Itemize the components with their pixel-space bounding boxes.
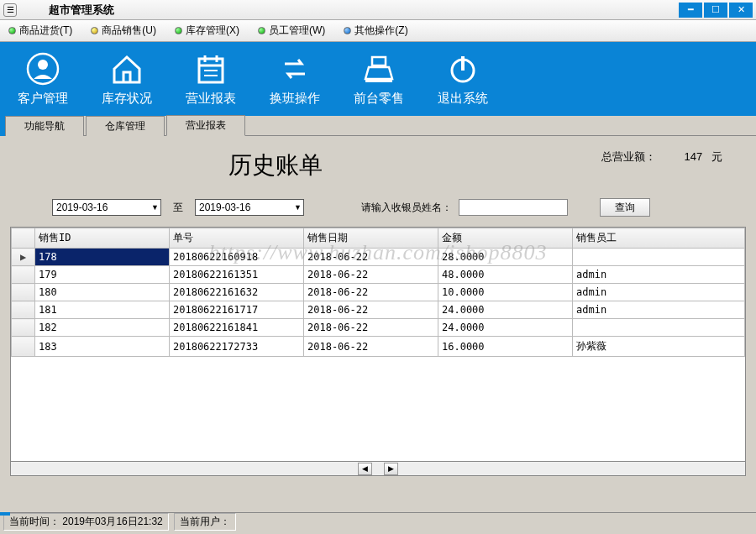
row-marker bbox=[12, 319, 35, 337]
power-icon bbox=[446, 52, 480, 86]
cell-amount[interactable]: 16.0000 bbox=[438, 337, 573, 357]
house-icon bbox=[110, 52, 144, 86]
table-row[interactable]: 179201806221613512018-06-2248.0000admin bbox=[12, 266, 745, 284]
pos-button[interactable]: 前台零售 bbox=[341, 45, 417, 113]
shift-button[interactable]: 换班操作 bbox=[257, 45, 333, 113]
titlebar: ☰ 超市管理系统 ━ ☐ ✕ bbox=[0, 0, 756, 20]
exit-button[interactable]: 退出系统 bbox=[425, 45, 501, 113]
status-time-label: 当前时间： bbox=[9, 516, 60, 527]
menu-label: 其他操作(Z) bbox=[354, 24, 407, 38]
data-table: 销售ID 单号 销售日期 金额 销售员工 ▶178201806221609182… bbox=[11, 228, 745, 357]
cell-amount[interactable]: 24.0000 bbox=[438, 301, 573, 319]
cell-employee[interactable]: 孙紫薇 bbox=[573, 337, 745, 357]
cell-employee[interactable]: admin bbox=[573, 266, 745, 284]
svg-rect-9 bbox=[365, 79, 392, 82]
cell-employee[interactable]: admin bbox=[573, 301, 745, 319]
cell-id[interactable]: 179 bbox=[35, 266, 170, 284]
cell-num[interactable]: 20180622172733 bbox=[170, 337, 304, 357]
table-row[interactable]: 183201806221727332018-06-2216.0000孙紫薇 bbox=[12, 337, 745, 357]
col-amount[interactable]: 金额 bbox=[438, 228, 573, 249]
menu-other[interactable]: 其他操作(Z) bbox=[340, 22, 411, 39]
dot-icon bbox=[175, 27, 182, 34]
close-button[interactable]: ✕ bbox=[729, 3, 753, 18]
swap-icon bbox=[278, 52, 312, 86]
toolbar-label: 换班操作 bbox=[270, 91, 320, 107]
menu-purchase[interactable]: 商品进货(T) bbox=[5, 22, 76, 39]
cashier-label: 请输入收银员姓名： bbox=[361, 201, 452, 215]
search-button[interactable]: 查询 bbox=[600, 198, 650, 217]
to-label: 至 bbox=[173, 201, 183, 215]
cashier-input[interactable] bbox=[459, 199, 568, 216]
cell-date[interactable]: 2018-06-22 bbox=[304, 249, 438, 266]
date-from-select[interactable]: 2019-03-16 ▼ bbox=[52, 199, 161, 216]
user-icon bbox=[26, 52, 60, 86]
scroll-right-icon[interactable]: ▶ bbox=[384, 463, 398, 475]
cell-date[interactable]: 2018-06-22 bbox=[304, 301, 438, 319]
cell-id[interactable]: 180 bbox=[35, 284, 170, 301]
cell-id[interactable]: 183 bbox=[35, 337, 170, 357]
total-unit: 元 bbox=[711, 150, 722, 163]
page-title: 历史账单 bbox=[228, 149, 323, 181]
row-marker bbox=[12, 301, 35, 319]
tab-report[interactable]: 营业报表 bbox=[166, 115, 245, 136]
date-to-select[interactable]: 2019-03-16 ▼ bbox=[195, 199, 304, 216]
minimize-button[interactable]: ━ bbox=[679, 3, 702, 18]
table-row[interactable]: ▶178201806221609182018-06-2228.0000 bbox=[12, 249, 745, 266]
status-user: 当前用户： bbox=[174, 513, 236, 531]
cell-amount[interactable]: 24.0000 bbox=[438, 319, 573, 337]
chevron-down-icon: ▼ bbox=[294, 203, 302, 212]
total-value: 147 bbox=[684, 150, 702, 163]
status-time-value: 2019年03月16日21:32 bbox=[62, 516, 162, 527]
total-text: 总营业额： bbox=[601, 150, 656, 163]
menu-inventory[interactable]: 库存管理(X) bbox=[171, 22, 243, 39]
cell-employee[interactable]: admin bbox=[573, 284, 745, 301]
cell-id[interactable]: 178 bbox=[35, 249, 170, 266]
status-user-label: 当前用户： bbox=[180, 516, 230, 527]
customer-button[interactable]: 客户管理 bbox=[5, 45, 81, 113]
toolbar-label: 库存状况 bbox=[102, 91, 152, 107]
dot-icon bbox=[258, 27, 265, 34]
cell-date[interactable]: 2018-06-22 bbox=[304, 284, 438, 301]
report-button[interactable]: 营业报表 bbox=[173, 45, 249, 113]
table-row[interactable]: 182201806221618412018-06-2224.0000 bbox=[12, 319, 745, 337]
cell-date[interactable]: 2018-06-22 bbox=[304, 337, 438, 357]
big-toolbar: 客户管理 库存状况 营业报表 换班操作 前台零售 退出系统 bbox=[0, 42, 756, 116]
app-icon: ☰ bbox=[3, 3, 17, 17]
table-row[interactable]: 180201806221616322018-06-2210.0000admin bbox=[12, 284, 745, 301]
menu-staff[interactable]: 员工管理(W) bbox=[255, 22, 328, 39]
col-num[interactable]: 单号 bbox=[170, 228, 304, 249]
maximize-button[interactable]: ☐ bbox=[704, 3, 727, 18]
cell-amount[interactable]: 48.0000 bbox=[438, 266, 573, 284]
date-to-value: 2019-03-16 bbox=[199, 202, 250, 213]
cell-date[interactable]: 2018-06-22 bbox=[304, 319, 438, 337]
cell-amount[interactable]: 28.0000 bbox=[438, 249, 573, 266]
status-time: 当前时间： 2019年03月16日21:32 bbox=[3, 513, 169, 531]
tab-warehouse[interactable]: 仓库管理 bbox=[86, 116, 165, 136]
cell-id[interactable]: 182 bbox=[35, 319, 170, 337]
cell-id[interactable]: 181 bbox=[35, 301, 170, 319]
col-id[interactable]: 销售ID bbox=[35, 228, 170, 249]
register-icon bbox=[362, 52, 396, 86]
cell-date[interactable]: 2018-06-22 bbox=[304, 266, 438, 284]
row-marker bbox=[12, 284, 35, 301]
cell-num[interactable]: 20180622160918 bbox=[170, 249, 304, 266]
cell-num[interactable]: 20180622161717 bbox=[170, 301, 304, 319]
col-employee[interactable]: 销售员工 bbox=[573, 228, 745, 249]
data-table-wrap[interactable]: 销售ID 单号 销售日期 金额 销售员工 ▶178201806221609182… bbox=[10, 227, 746, 462]
row-marker bbox=[12, 266, 35, 284]
cell-num[interactable]: 20180622161841 bbox=[170, 319, 304, 337]
tab-nav[interactable]: 功能导航 bbox=[5, 116, 84, 136]
menu-sales[interactable]: 商品销售(U) bbox=[87, 22, 160, 39]
cell-num[interactable]: 20180622161632 bbox=[170, 284, 304, 301]
statusbar: 当前时间： 2019年03月16日21:32 当前用户： bbox=[0, 512, 756, 531]
cell-num[interactable]: 20180622161351 bbox=[170, 266, 304, 284]
table-row[interactable]: 181201806221617172018-06-2224.0000admin bbox=[12, 301, 745, 319]
menu-label: 员工管理(W) bbox=[269, 24, 325, 38]
cell-employee[interactable] bbox=[573, 319, 745, 337]
scroll-left-icon[interactable]: ◀ bbox=[358, 463, 372, 475]
cell-amount[interactable]: 10.0000 bbox=[438, 284, 573, 301]
horizontal-scrollbar[interactable]: ◀ ▶ bbox=[10, 462, 746, 476]
col-date[interactable]: 销售日期 bbox=[304, 228, 438, 249]
cell-employee[interactable] bbox=[573, 249, 745, 266]
inventory-button[interactable]: 库存状况 bbox=[89, 45, 165, 113]
